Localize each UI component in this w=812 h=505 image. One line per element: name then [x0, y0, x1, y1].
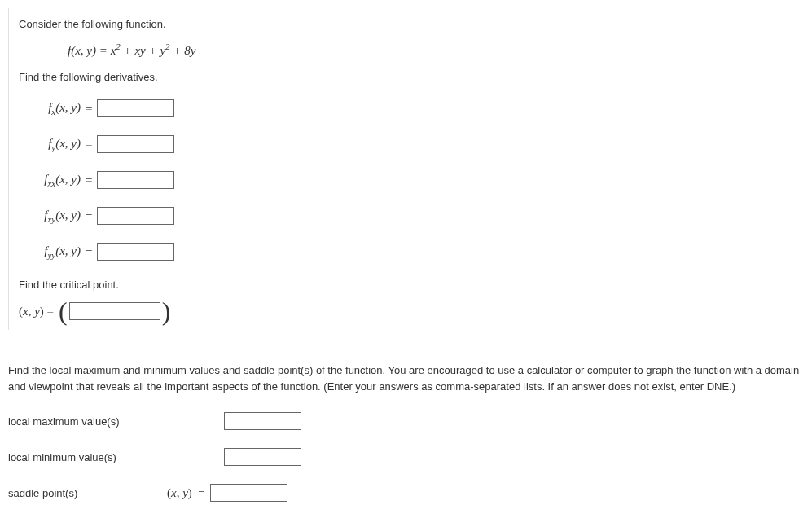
- fx-label: fx(x, y): [19, 101, 84, 116]
- fy-input[interactable]: [97, 135, 174, 153]
- saddle-input[interactable]: [210, 484, 287, 502]
- local-min-row: local minimum value(s): [8, 448, 804, 466]
- equals-sign: =: [86, 173, 92, 187]
- equals-sign: =: [86, 245, 92, 259]
- fxy-row: fxy(x, y) =: [19, 207, 804, 225]
- intro-text: Consider the following function.: [19, 18, 804, 30]
- extrema-instruction: Find the local maximum and minimum value…: [8, 362, 804, 394]
- find-derivatives-text: Find the following derivatives.: [19, 71, 804, 83]
- fxy-input[interactable]: [97, 207, 174, 225]
- critical-point-section: Find the critical point. (x, y) = ( ): [19, 279, 804, 320]
- equals-sign: =: [86, 102, 92, 116]
- fxy-label: fxy(x, y): [19, 209, 84, 224]
- fx-input[interactable]: [97, 99, 174, 117]
- find-critical-text: Find the critical point.: [19, 279, 804, 291]
- left-paren-icon: (: [59, 302, 68, 320]
- local-max-label: local maximum value(s): [8, 415, 224, 428]
- fyy-row: fyy(x, y) =: [19, 243, 804, 261]
- function-definition: f(x, y) = x2 + xy + y2 + 8y: [68, 42, 804, 58]
- local-min-input[interactable]: [224, 448, 301, 466]
- critical-point-input[interactable]: [69, 302, 160, 320]
- fx-row: fx(x, y) =: [19, 99, 804, 117]
- fyy-label: fyy(x, y): [19, 244, 84, 260]
- crit-xy-label: (x, y) =: [19, 305, 54, 318]
- local-min-label: local minimum value(s): [8, 451, 224, 463]
- equals-sign: =: [86, 138, 92, 152]
- fxx-label: fxx(x, y): [19, 173, 84, 188]
- local-max-row: local maximum value(s): [8, 412, 804, 430]
- equals-sign: =: [86, 209, 92, 223]
- fy-label: fy(x, y): [19, 137, 84, 152]
- fxx-input[interactable]: [97, 171, 174, 189]
- question-part-1: Consider the following function. f(x, y)…: [8, 8, 804, 330]
- critical-point-row: (x, y) = ( ): [19, 302, 804, 320]
- fyy-input[interactable]: [97, 243, 174, 261]
- question-part-2: Find the local maximum and minimum value…: [8, 362, 804, 502]
- local-max-input[interactable]: [224, 412, 301, 430]
- right-paren-icon: ): [162, 302, 171, 320]
- saddle-label: saddle point(s): [8, 487, 167, 499]
- fy-row: fy(x, y) =: [19, 135, 804, 153]
- saddle-row: saddle point(s) (x, y) =: [8, 484, 804, 502]
- saddle-xy-label: (x, y) =: [167, 486, 205, 500]
- fxx-row: fxx(x, y) =: [19, 171, 804, 189]
